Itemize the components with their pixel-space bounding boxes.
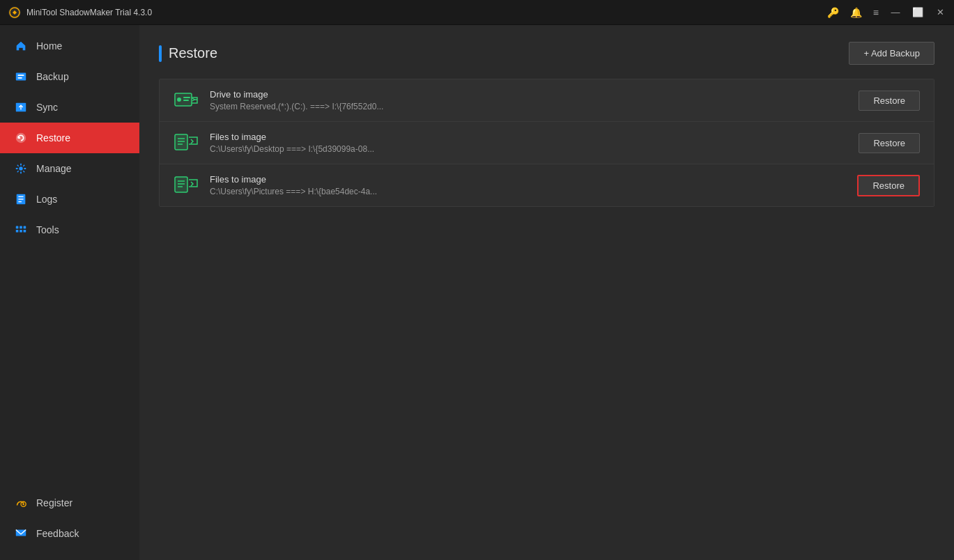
page-title-wrapper: Restore: [159, 45, 217, 62]
sidebar-item-label-restore: Restore: [36, 132, 70, 143]
manage-icon: [14, 162, 28, 176]
restore-item-2-path: C:\Users\fy\Desktop ===> I:\{5d39099a-08…: [210, 144, 847, 154]
sidebar-bottom: Register Feedback: [0, 488, 139, 560]
restore-button-1[interactable]: Restore: [859, 91, 920, 111]
svg-rect-13: [20, 226, 22, 229]
svg-rect-16: [20, 230, 22, 233]
sidebar-item-label-logs: Logs: [36, 194, 57, 205]
svg-rect-12: [16, 226, 19, 229]
menu-icon[interactable]: ≡: [873, 7, 879, 18]
restore-button[interactable]: ⬜: [912, 7, 923, 18]
sync-icon: [14, 100, 28, 114]
svg-rect-3: [18, 77, 22, 79]
sidebar: Home Backup: [0, 25, 139, 560]
page-header: Restore + Add Backup: [159, 42, 934, 65]
close-button[interactable]: ✕: [934, 7, 946, 18]
key-icon[interactable]: 🔑: [827, 7, 839, 18]
restore-item-3: Files to image C:\Users\fy\Pictures ===>…: [160, 164, 934, 206]
sidebar-item-backup[interactable]: Backup: [0, 61, 139, 92]
sidebar-item-sync[interactable]: Sync: [0, 92, 139, 123]
sidebar-item-home[interactable]: Home: [0, 31, 139, 61]
svg-rect-1: [16, 73, 26, 81]
svg-rect-26: [183, 100, 189, 101]
files-image-icon-1: [174, 130, 199, 155]
svg-rect-15: [16, 230, 19, 233]
sidebar-item-label-feedback: Feedback: [36, 528, 79, 539]
page-title-bar: [159, 45, 162, 62]
restore-item-3-title: Files to image: [210, 174, 846, 185]
notification-icon[interactable]: 🔔: [850, 7, 862, 18]
content-area: Restore + Add Backup: [139, 25, 954, 560]
sidebar-item-feedback[interactable]: Feedback: [0, 518, 139, 549]
svg-point-24: [177, 98, 181, 102]
restore-button-3[interactable]: Restore: [857, 175, 920, 196]
feedback-icon: [14, 527, 28, 540]
logs-icon: [14, 192, 28, 206]
sidebar-item-manage[interactable]: Manage: [0, 153, 139, 184]
sidebar-item-label-home: Home: [36, 40, 62, 52]
restore-item-1-title: Drive to image: [210, 89, 847, 100]
restore-item-2: Files to image C:\Users\fy\Desktop ===> …: [160, 122, 934, 164]
sidebar-item-label-tools: Tools: [36, 224, 59, 235]
svg-rect-14: [24, 226, 26, 229]
files-image-icon-2: [174, 173, 199, 198]
restore-item-3-path: C:\Users\fy\Pictures ===> H:\{bae54dec-4…: [210, 187, 846, 196]
sidebar-item-tools[interactable]: Tools: [0, 215, 139, 245]
svg-point-6: [16, 133, 26, 143]
svg-rect-2: [18, 75, 24, 76]
drive-image-icon: [174, 88, 199, 113]
title-bar-controls: 🔑 🔔 ≡ — ⬜ ✕: [827, 7, 946, 18]
sidebar-item-label-register: Register: [36, 497, 72, 508]
restore-item-3-info: Files to image C:\Users\fy\Pictures ===>…: [210, 174, 846, 196]
sidebar-item-label-manage: Manage: [36, 163, 72, 174]
register-icon: [14, 496, 28, 510]
app-logo: [8, 6, 21, 19]
svg-rect-32: [175, 177, 187, 192]
restore-item-2-info: Files to image C:\Users\fy\Desktop ===> …: [210, 132, 847, 154]
tools-icon: [14, 223, 28, 237]
sidebar-item-label-sync: Sync: [36, 102, 58, 113]
restore-item-2-title: Files to image: [210, 132, 847, 142]
minimize-button[interactable]: —: [890, 7, 901, 18]
svg-rect-27: [175, 134, 187, 150]
svg-rect-25: [183, 97, 190, 98]
restore-nav-icon: [14, 131, 28, 145]
restore-item-1: Drive to image System Reserved,(*:).(C:)…: [160, 79, 934, 122]
home-icon: [14, 39, 28, 53]
sidebar-item-logs[interactable]: Logs: [0, 184, 139, 215]
restore-item-1-path: System Reserved,(*:).(C:). ===> I:\{76f5…: [210, 102, 847, 111]
app-title: MiniTool ShadowMaker Trial 4.3.0: [26, 8, 152, 17]
main-layout: Home Backup: [0, 25, 954, 560]
restore-list: Drive to image System Reserved,(*:).(C:)…: [159, 79, 934, 207]
svg-rect-17: [24, 230, 26, 233]
sidebar-item-register[interactable]: Register: [0, 488, 139, 518]
sidebar-nav: Home Backup: [0, 31, 139, 488]
restore-item-1-info: Drive to image System Reserved,(*:).(C:)…: [210, 89, 847, 111]
title-bar-left: MiniTool ShadowMaker Trial 4.3.0: [8, 6, 152, 19]
sidebar-item-label-backup: Backup: [36, 71, 69, 82]
restore-button-2[interactable]: Restore: [859, 133, 920, 153]
backup-icon: [14, 70, 28, 84]
sidebar-item-restore[interactable]: Restore: [0, 123, 139, 153]
title-bar: MiniTool ShadowMaker Trial 4.3.0 🔑 🔔 ≡ —…: [0, 0, 954, 25]
svg-point-7: [19, 166, 22, 170]
add-backup-button[interactable]: + Add Backup: [849, 42, 934, 65]
page-title: Restore: [169, 45, 217, 61]
